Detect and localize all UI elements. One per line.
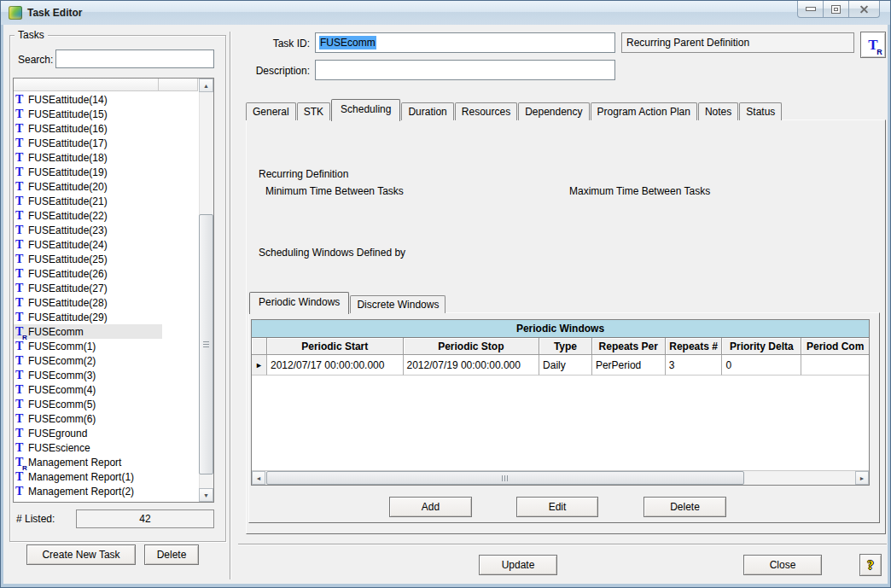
task-list-item[interactable]: TFUSEscience xyxy=(14,440,162,455)
grid-banner: Periodic Windows xyxy=(252,320,869,338)
task-label: FUSEcomm(2) xyxy=(28,355,96,367)
cell-repeats-per[interactable]: PerPeriod xyxy=(592,355,666,376)
tab-status[interactable]: Status xyxy=(739,102,782,120)
task-list-item[interactable]: TManagement Report(2) xyxy=(14,484,162,498)
row-selector-cell[interactable]: ► xyxy=(252,355,267,376)
create-new-task-button[interactable]: Create New Task xyxy=(26,544,136,565)
scrollbar-thumb[interactable] xyxy=(199,214,213,474)
task-list-item[interactable]: TFUSEattitude(19) xyxy=(14,165,162,179)
task-list-item[interactable]: TFUSEground xyxy=(14,426,162,440)
task-list-item[interactable]: TFUSEattitude(27) xyxy=(14,281,162,295)
maximize-button[interactable] xyxy=(823,1,849,18)
task-icon: T xyxy=(15,152,28,164)
column-header[interactable]: Periodic Stop xyxy=(404,338,540,355)
cell-repeats-num[interactable]: 3 xyxy=(666,355,723,376)
tab-periodic-windows[interactable]: Periodic Windows xyxy=(249,292,349,314)
tab-resources[interactable]: Resources xyxy=(455,102,517,120)
scroll-down-button[interactable]: ▼ xyxy=(199,488,213,502)
column-header[interactable]: Repeats # xyxy=(666,338,723,355)
task-id-input[interactable]: FUSEcomm xyxy=(315,32,615,53)
scroll-right-button[interactable]: ► xyxy=(855,471,869,485)
help-button-bottom[interactable]: ? xyxy=(859,554,882,576)
tab-duration[interactable]: Duration xyxy=(401,102,453,120)
grid-horizontal-scrollbar[interactable]: ◄ ► xyxy=(252,470,869,485)
scroll-left-button[interactable]: ◄ xyxy=(252,471,265,485)
scroll-down-icon: ▼ xyxy=(203,492,209,498)
task-list-item[interactable]: TFUSEcomm(4) xyxy=(14,382,162,397)
task-list-item[interactable]: TFUSEcomm(3) xyxy=(14,368,162,382)
column-header[interactable]: Periodic Start xyxy=(267,338,404,355)
task-label: FUSEcomm(3) xyxy=(28,370,96,381)
task-icon: T xyxy=(15,297,28,309)
task-list-item[interactable]: TFUSEcomm(5) xyxy=(14,397,162,411)
tab-general[interactable]: General xyxy=(246,102,296,120)
edit-button[interactable]: Edit xyxy=(516,497,598,517)
task-icon: T xyxy=(15,486,28,498)
search-input[interactable] xyxy=(55,49,214,68)
task-list-item[interactable]: TFUSEattitude(28) xyxy=(14,295,162,310)
grid-selector-header xyxy=(252,338,267,355)
task-list-item[interactable]: TFUSEattitude(24) xyxy=(14,237,162,252)
task-list-item[interactable]: TFUSEattitude(20) xyxy=(14,179,162,194)
task-icon: T xyxy=(15,268,28,280)
scrollbar-thumb[interactable] xyxy=(266,471,744,485)
task-list-item[interactable]: TRManagement Report xyxy=(14,455,162,469)
task-list-item[interactable]: TFUSEattitude(16) xyxy=(14,121,162,136)
column-header[interactable]: Priority Delta xyxy=(722,338,801,355)
column-header[interactable]: Type xyxy=(539,338,592,355)
tab-stk[interactable]: STK xyxy=(297,102,330,120)
row-selector-icon: ► xyxy=(255,361,263,370)
task-list-item[interactable]: TFUSEattitude(17) xyxy=(14,136,162,150)
task-label: Management Report(2) xyxy=(28,486,134,498)
task-list-item[interactable]: TManagement Report(1) xyxy=(14,469,162,484)
task-list-items: TFUSEattitude(14)TFUSEattitude(15)TFUSEa… xyxy=(14,92,199,498)
task-list-item[interactable]: TFUSEattitude(25) xyxy=(14,252,162,266)
task-list-item[interactable]: TFUSEcomm(6) xyxy=(14,411,162,426)
task-list-item[interactable]: TFUSEcomm(2) xyxy=(14,353,162,368)
cell-periodic-start[interactable]: 2012/07/17 00:00:00.000 xyxy=(267,355,404,376)
task-label: FUSEattitude(19) xyxy=(28,166,108,178)
task-list-item[interactable]: TFUSEattitude(23) xyxy=(14,223,162,237)
recurring-task-icon: TR xyxy=(15,457,28,469)
column-header[interactable]: Repeats Per xyxy=(592,338,666,355)
task-list-item[interactable]: TFUSEattitude(29) xyxy=(14,310,162,324)
cell-periodic-stop[interactable]: 2012/07/19 00:00:00.000 xyxy=(404,355,540,376)
task-label: FUSEcomm(4) xyxy=(28,384,96,396)
title-bar[interactable]: Task Editor xyxy=(1,1,890,26)
cell-period-com[interactable] xyxy=(801,355,869,376)
cell-priority-delta[interactable]: 0 xyxy=(722,355,801,376)
task-list-item[interactable]: TFUSEattitude(14) xyxy=(14,92,162,107)
task-list-item[interactable]: TFUSEattitude(21) xyxy=(14,194,162,208)
task-list-item[interactable]: TRFUSEcomm xyxy=(14,324,162,339)
tab-program-action-plan[interactable]: Program Action Plan xyxy=(591,102,697,120)
add-button[interactable]: Add xyxy=(389,497,472,517)
task-list-vertical-scrollbar[interactable]: ▲ ▼ xyxy=(199,79,213,502)
column-header[interactable]: Period Com xyxy=(801,338,869,355)
task-list-header-col2[interactable] xyxy=(159,79,198,91)
window-frame-bottom xyxy=(1,584,890,587)
task-label: FUSEcomm(6) xyxy=(28,413,96,425)
tab-discrete-windows[interactable]: Discrete Windows xyxy=(350,295,446,313)
cell-type[interactable]: Daily xyxy=(539,355,592,376)
task-label: FUSEattitude(15) xyxy=(28,108,108,120)
minimize-button[interactable] xyxy=(797,1,824,18)
task-list-item[interactable]: TFUSEattitude(22) xyxy=(14,208,162,223)
tab-notes[interactable]: Notes xyxy=(698,102,738,120)
task-list-item[interactable]: TFUSEcomm(1) xyxy=(14,339,162,353)
tab-scheduling[interactable]: Scheduling xyxy=(331,99,400,121)
scroll-up-button[interactable]: ▲ xyxy=(199,79,213,92)
table-row[interactable]: ► 2012/07/17 00:00:00.000 2012/07/19 00:… xyxy=(252,355,869,376)
grid-delete-button[interactable]: Delete xyxy=(644,497,726,517)
close-dialog-button[interactable]: Close xyxy=(743,555,822,575)
task-list-item[interactable]: TFUSEattitude(15) xyxy=(14,107,162,121)
task-list-item[interactable]: TFUSEattitude(18) xyxy=(14,150,162,165)
task-id-label: Task ID: xyxy=(248,38,310,49)
task-list-header-col1[interactable] xyxy=(14,79,159,91)
update-button[interactable]: Update xyxy=(479,555,557,575)
task-list-item[interactable]: TFUSEattitude(26) xyxy=(14,266,162,281)
description-input[interactable] xyxy=(315,60,615,80)
close-button[interactable] xyxy=(848,1,880,18)
recurring-task-button[interactable]: TR xyxy=(860,32,886,58)
task-delete-button[interactable]: Delete xyxy=(144,544,199,565)
tab-dependency[interactable]: Dependency xyxy=(518,102,589,120)
